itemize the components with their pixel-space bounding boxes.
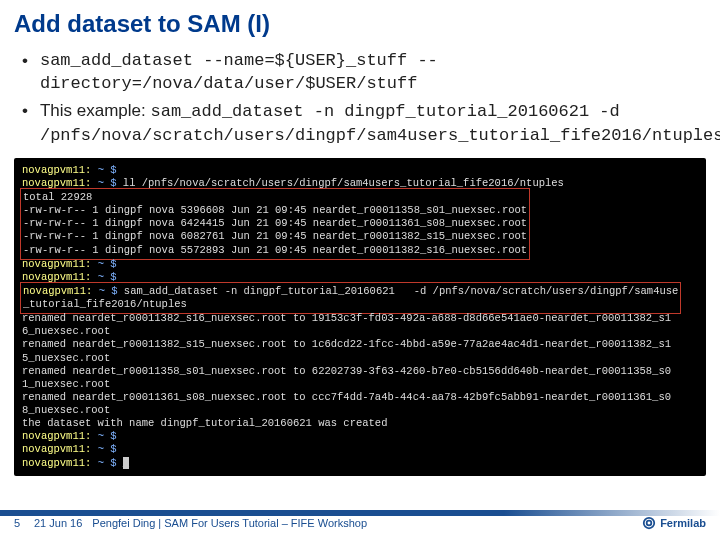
slide-title: Add dataset to SAM (I) [14, 10, 706, 38]
brand-label: Fermilab [660, 517, 706, 529]
prompt-path: ~ $ [98, 443, 117, 455]
rename-line: renamed neardet_r00011358_s01_nuexsec.ro… [22, 365, 671, 377]
cmd-box: novagpvm11: ~ $ sam_add_dataset -n dingp… [20, 282, 681, 314]
cmd-sam: sam_add_dataset -n dingpf_tutorial_20160… [124, 285, 679, 297]
rename-line: renamed neardet_r00011361_s08_nuexsec.ro… [22, 391, 671, 403]
rename-line: 5_nuexsec.root [22, 352, 110, 364]
rename-line: the dataset with name dingpf_tutorial_20… [22, 417, 387, 429]
prompt-host: novagpvm11: [22, 430, 91, 442]
page-number: 5 [0, 517, 34, 529]
prompt-host: novagpvm11: [22, 258, 91, 270]
ls-line: -rw-rw-r-- 1 dingpf nova 6082761 Jun 21 … [23, 230, 527, 242]
prompt-host: novagpvm11: [22, 443, 91, 455]
prompt-path: ~ $ [98, 457, 117, 469]
prompt-host: novagpvm11: [22, 457, 91, 469]
ls-line: total 22928 [23, 191, 92, 203]
svg-point-0 [644, 518, 655, 529]
rename-line: 8_nuexsec.root [22, 404, 110, 416]
prompt-host: novagpvm11: [22, 164, 91, 176]
brand-logo: Fermilab [642, 516, 706, 530]
rename-line: renamed neardet_r00011382_s16_nuexsec.ro… [22, 312, 671, 324]
rename-line: renamed neardet_r00011382_s15_nuexsec.ro… [22, 338, 671, 350]
footer-date: 21 Jun 16 [34, 517, 82, 529]
bullet-list: sam_add_dataset --name=${USER}_stuff --d… [18, 50, 706, 148]
ls-output-box: total 22928 -rw-rw-r-- 1 dingpf nova 539… [20, 188, 530, 260]
bullet-item: sam_add_dataset --name=${USER}_stuff --d… [18, 50, 706, 96]
terminal-output: novagpvm11: ~ $ novagpvm11: ~ $ ll /pnfs… [14, 158, 706, 476]
bullet-item: This example: sam_add_dataset -n dingpf_… [18, 100, 706, 148]
prompt-path: ~ $ [98, 430, 117, 442]
prompt-path: ~ $ [98, 164, 117, 176]
bullet-mixed: This example: sam_add_dataset -n dingpf_… [40, 100, 720, 148]
prompt-path: ~ $ [99, 285, 118, 297]
rename-line: 1_nuexsec.root [22, 378, 110, 390]
ls-line: -rw-rw-r-- 1 dingpf nova 5572893 Jun 21 … [23, 244, 527, 256]
fermilab-icon [642, 516, 656, 530]
cmd-sam-cont: _tutorial_fife2016/ntuples [23, 298, 187, 310]
ls-line: -rw-rw-r-- 1 dingpf nova 6424415 Jun 21 … [23, 217, 527, 229]
prompt-path: ~ $ [98, 258, 117, 270]
ls-line: -rw-rw-r-- 1 dingpf nova 5396608 Jun 21 … [23, 204, 527, 216]
svg-point-1 [647, 521, 652, 526]
rename-line: 6_nuexsec.root [22, 325, 110, 337]
bullet-code: sam_add_dataset --name=${USER}_stuff --d… [40, 50, 706, 96]
footer-author: Pengfei Ding | SAM For Users Tutorial – … [92, 517, 642, 529]
slide-footer: 5 21 Jun 16 Pengfei Ding | SAM For Users… [0, 512, 720, 534]
cursor-block: _ [123, 457, 129, 469]
prompt-host: novagpvm11: [23, 285, 92, 297]
bullet-lead: This example: [40, 101, 151, 120]
